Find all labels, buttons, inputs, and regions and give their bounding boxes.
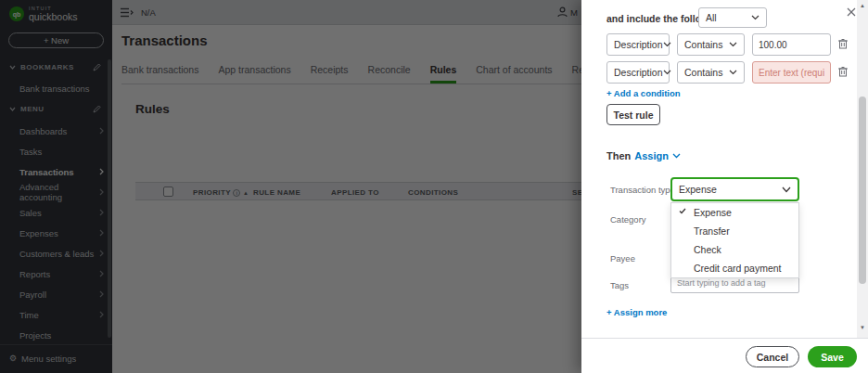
scrollbar-thumb[interactable] — [859, 96, 866, 284]
include-all-select[interactable]: All — [698, 7, 767, 28]
modal-scrollbar[interactable]: ▲ ▼ — [857, 0, 868, 338]
trash-icon — [838, 66, 848, 77]
dropdown-option-check[interactable]: Check — [671, 240, 798, 259]
check-icon — [679, 208, 686, 214]
chevron-down-icon — [663, 70, 671, 75]
condition-field-select[interactable]: Description — [606, 61, 670, 84]
condition-value-input-error[interactable] — [752, 61, 831, 84]
cancel-button[interactable]: Cancel — [746, 346, 799, 367]
category-label: Category — [610, 214, 646, 225]
dropdown-option-credit-card-payment[interactable]: Credit card payment — [671, 259, 798, 277]
chevron-down-icon — [729, 70, 737, 75]
scroll-down-icon[interactable]: ▼ — [859, 325, 866, 330]
dropdown-option-transfer[interactable]: Transfer — [671, 222, 798, 240]
payee-label: Payee — [610, 253, 635, 264]
condition-row-1: Description Contains — [606, 33, 848, 56]
scroll-up-icon[interactable]: ▲ — [859, 3, 866, 8]
close-icon[interactable] — [845, 4, 858, 21]
trash-icon — [838, 38, 848, 49]
chevron-down-icon — [782, 186, 791, 193]
delete-condition-button[interactable] — [838, 66, 848, 80]
condition-row-2: Description Contains — [606, 61, 848, 84]
add-condition-link[interactable]: + Add a condition — [606, 88, 681, 98]
then-label: Then — [606, 150, 631, 161]
delete-condition-button[interactable] — [838, 38, 848, 52]
condition-operator-select[interactable]: Contains — [677, 33, 745, 56]
condition-operator-select[interactable]: Contains — [677, 61, 745, 84]
test-rule-button[interactable]: Test rule — [606, 104, 660, 125]
transaction-type-dropdown-menu: Expense Transfer Check Credit card payme… — [670, 202, 799, 278]
transaction-type-label: Transaction type — [610, 185, 675, 195]
condition-field-select[interactable]: Description — [606, 33, 670, 56]
rule-edit-modal: and include the following: All Descripti… — [581, 0, 868, 373]
modal-footer: Cancel Save — [581, 338, 868, 373]
assign-more-link[interactable]: + Assign more — [606, 307, 667, 317]
dropdown-option-expense[interactable]: Expense — [671, 203, 798, 222]
chevron-down-icon — [663, 42, 671, 47]
modal-dim-overlay — [0, 0, 581, 373]
condition-value-input[interactable] — [752, 33, 831, 56]
tags-label: Tags — [610, 280, 629, 290]
chevron-down-icon — [729, 42, 737, 47]
chevron-down-icon[interactable] — [672, 153, 681, 159]
chevron-down-icon — [751, 15, 760, 20]
transaction-type-select[interactable]: Expense — [670, 177, 799, 201]
assign-toggle[interactable]: Assign — [634, 150, 669, 161]
then-assign-row: Then Assign — [606, 150, 681, 161]
save-button[interactable]: Save — [808, 346, 857, 367]
quickbooks-rules-screen: qb INTUIT quickbooks + New BOOKMARKS Ban… — [0, 0, 868, 373]
